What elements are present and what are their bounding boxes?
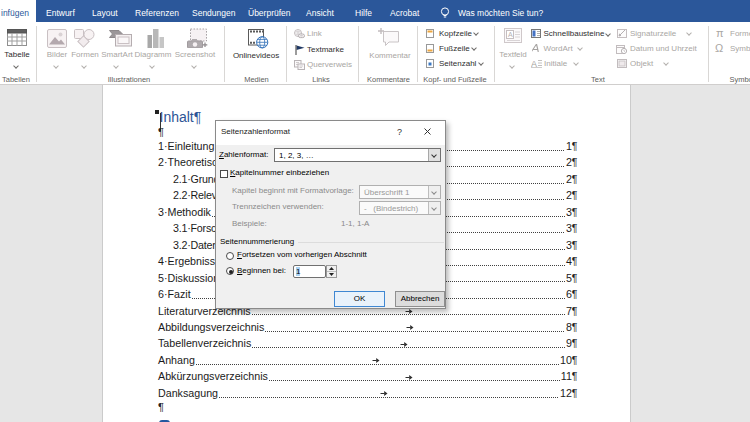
- svg-text:A: A: [508, 31, 513, 38]
- svg-text:A: A: [531, 59, 537, 68]
